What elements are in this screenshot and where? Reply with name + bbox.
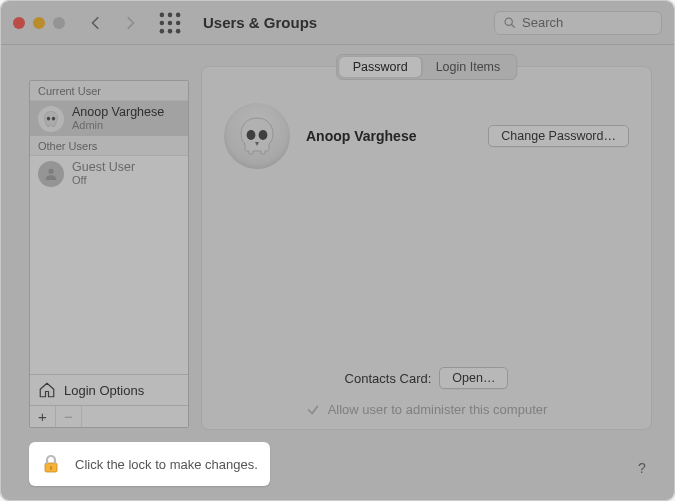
- user-avatar-icon: [38, 106, 64, 132]
- svg-rect-17: [50, 466, 52, 470]
- contacts-row: Contacts Card: Open…: [202, 367, 651, 389]
- svg-point-4: [168, 20, 173, 25]
- sidebar-empty-area: [30, 191, 188, 374]
- guest-user-status: Off: [72, 174, 135, 187]
- close-window-button[interactable]: [13, 17, 25, 29]
- back-button[interactable]: [83, 10, 109, 36]
- svg-point-7: [168, 28, 173, 33]
- user-detail-block: Anoop Varghese Change Password…: [224, 103, 629, 169]
- svg-point-11: [47, 116, 50, 120]
- checkmark-icon: [306, 403, 320, 417]
- current-user-name: Anoop Varghese: [72, 105, 164, 119]
- guest-avatar-icon: [38, 161, 64, 187]
- svg-point-2: [176, 12, 181, 17]
- login-options-label: Login Options: [64, 383, 144, 398]
- svg-point-3: [160, 20, 165, 25]
- change-password-button[interactable]: Change Password…: [488, 125, 629, 147]
- svg-point-14: [247, 130, 256, 140]
- user-avatar-large[interactable]: [224, 103, 290, 169]
- lock-icon: [37, 450, 65, 478]
- tab-password[interactable]: Password: [339, 57, 422, 77]
- search-input[interactable]: [522, 15, 653, 30]
- add-remove-bar: + −: [30, 405, 188, 427]
- svg-point-13: [48, 168, 53, 173]
- help-button[interactable]: ?: [632, 458, 652, 478]
- other-users-header: Other Users: [30, 136, 188, 156]
- user-sidebar: Current User Anoop Varghese Admin Other …: [29, 80, 189, 428]
- login-options-button[interactable]: Login Options: [30, 374, 188, 405]
- contacts-label: Contacts Card:: [345, 371, 432, 386]
- sidebar-guest-user[interactable]: Guest User Off: [30, 156, 188, 191]
- lock-message: Click the lock to make changes.: [75, 457, 258, 472]
- grid-icon: [157, 10, 183, 36]
- admin-checkbox-row: Allow user to administer this computer: [202, 402, 651, 417]
- svg-line-10: [512, 25, 515, 28]
- show-all-button[interactable]: [157, 10, 183, 36]
- skull-icon: [41, 109, 61, 129]
- forward-button[interactable]: [117, 10, 143, 36]
- remove-user-button[interactable]: −: [56, 406, 82, 427]
- svg-point-1: [168, 12, 173, 17]
- svg-point-12: [52, 116, 55, 120]
- admin-checkbox-label: Allow user to administer this computer: [328, 402, 548, 417]
- tab-selector: Password Login Items: [336, 54, 518, 80]
- zoom-window-button[interactable]: [53, 17, 65, 29]
- user-full-name: Anoop Varghese: [306, 128, 472, 144]
- add-user-button[interactable]: +: [30, 406, 56, 427]
- search-field[interactable]: [494, 11, 662, 35]
- tab-login-items[interactable]: Login Items: [422, 57, 515, 77]
- current-user-header: Current User: [30, 81, 188, 101]
- window-controls: [13, 17, 65, 29]
- svg-point-5: [176, 20, 181, 25]
- toolbar: Users & Groups: [1, 1, 674, 45]
- svg-point-0: [160, 12, 165, 17]
- svg-point-15: [259, 130, 268, 140]
- main-panel: Password Login Items Anoop Varghese Chan…: [201, 66, 652, 430]
- minimize-window-button[interactable]: [33, 17, 45, 29]
- house-icon: [38, 381, 56, 399]
- person-icon: [43, 166, 59, 182]
- search-icon: [503, 16, 516, 29]
- lock-bar[interactable]: Click the lock to make changes.: [29, 442, 270, 486]
- chevron-left-icon: [89, 16, 103, 30]
- svg-point-6: [160, 28, 165, 33]
- current-user-role: Admin: [72, 119, 164, 132]
- sidebar-current-user[interactable]: Anoop Varghese Admin: [30, 101, 188, 136]
- guest-user-name: Guest User: [72, 160, 135, 174]
- window-title: Users & Groups: [203, 14, 317, 31]
- skull-icon: [233, 112, 281, 160]
- chevron-right-icon: [123, 16, 137, 30]
- preferences-window: Users & Groups Current User Anoop Varghe…: [0, 0, 675, 501]
- open-contacts-button[interactable]: Open…: [439, 367, 508, 389]
- svg-point-8: [176, 28, 181, 33]
